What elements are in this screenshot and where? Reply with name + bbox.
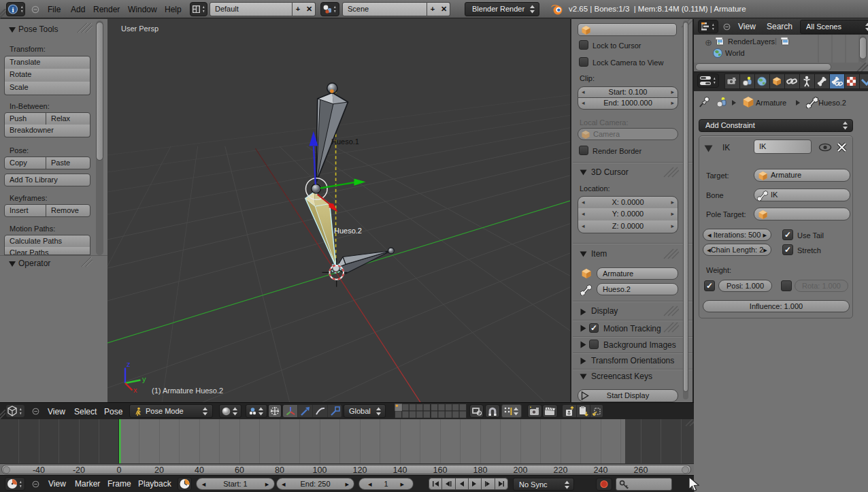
svg-text:(1) Armature Hueso.2: (1) Armature Hueso.2 (152, 387, 223, 395)
svg-text:160: 160 (433, 465, 448, 475)
svg-text:80: 80 (275, 465, 284, 475)
svg-text:140: 140 (393, 465, 407, 475)
svg-text:260: 260 (634, 465, 648, 475)
svg-text:20: 20 (154, 465, 164, 475)
svg-text:Hueso.2: Hueso.2 (334, 227, 362, 235)
svg-text:240: 240 (594, 465, 608, 475)
svg-text:220: 220 (554, 465, 568, 475)
svg-text:x: x (133, 386, 137, 394)
svg-text:0: 0 (117, 465, 122, 475)
svg-text:Hueso.1: Hueso.1 (331, 137, 359, 146)
svg-text:y: y (142, 375, 146, 383)
svg-text:180: 180 (473, 465, 488, 475)
svg-text:40: 40 (195, 465, 204, 475)
svg-text:60: 60 (235, 465, 244, 475)
svg-text:200: 200 (514, 465, 528, 475)
svg-text:User Persp: User Persp (121, 24, 158, 33)
svg-text:100: 100 (313, 465, 327, 475)
svg-text:-40: -40 (33, 465, 45, 475)
svg-text:z: z (127, 360, 131, 368)
svg-text:120: 120 (353, 465, 367, 475)
svg-text:-20: -20 (73, 465, 85, 475)
svg-text:i: i (12, 5, 14, 14)
